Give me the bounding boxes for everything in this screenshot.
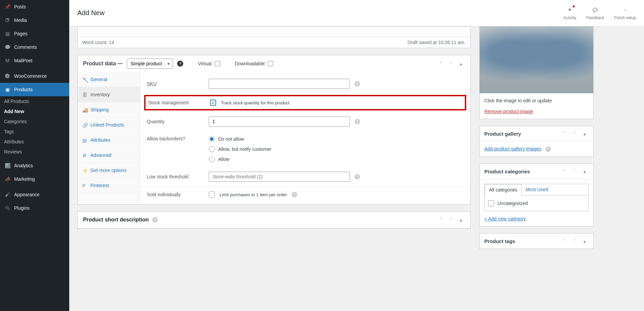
backorder-radio-yes[interactable] [209, 156, 215, 162]
help-icon[interactable]: ? [355, 81, 360, 87]
add-new-category-link[interactable]: + Add new category [484, 216, 526, 221]
panel-up-icon[interactable]: ˄ [560, 130, 568, 138]
panel-collapse-icon[interactable]: ▴ [580, 167, 589, 175]
panel-down-icon[interactable]: ˅ [570, 167, 578, 175]
panel-collapse-icon[interactable]: ▴ [457, 216, 465, 224]
panel-down-icon[interactable]: ˅ [447, 216, 455, 224]
product-tags-panel: Product tags ˄˅▴ [479, 233, 594, 249]
stock-mgmt-text: Track stock quantity for this product [221, 100, 290, 105]
product-categories-panel: Product categories ˄˅▴ All categories Mo… [479, 164, 594, 227]
word-count: Word count: 14 [82, 40, 114, 45]
help-icon[interactable]: ? [355, 119, 360, 124]
panel-collapse-icon[interactable]: ▴ [457, 60, 465, 68]
tab-more-options[interactable]: ⚡Get more options [78, 163, 140, 178]
short-description-title: Product short description [83, 217, 149, 223]
nav-marketing[interactable]: 📣Marketing [0, 172, 69, 186]
panel-up-icon[interactable]: ˄ [437, 60, 445, 68]
downloadable-checkbox[interactable] [268, 61, 273, 66]
tab-advanced[interactable]: ⚙Advanced [78, 148, 140, 163]
tags-title: Product tags [484, 238, 515, 244]
nav-pages[interactable]: ▤Pages [0, 27, 69, 40]
nav-analytics[interactable]: 📊Analytics [0, 159, 69, 172]
draft-saved: Draft saved at 10:26:11 am. [407, 40, 466, 45]
stock-mgmt-label: Stock management [148, 100, 210, 105]
subnav-categories[interactable]: Categories [0, 116, 69, 127]
panel-up-icon[interactable]: ˄ [437, 216, 445, 224]
help-icon[interactable]: ? [177, 61, 183, 67]
subnav-reviews[interactable]: Reviews [0, 147, 69, 157]
product-data-title: Product data — [83, 61, 123, 67]
help-icon[interactable]: ? [355, 174, 360, 179]
subnav-tags[interactable]: Tags [0, 127, 69, 137]
product-image[interactable] [480, 27, 593, 93]
stock-mgmt-checkbox[interactable]: ✓ [210, 100, 216, 106]
tab-inventory[interactable]: 🗄Inventory [78, 87, 140, 102]
appearance-icon: 🖌 [4, 191, 11, 198]
help-icon[interactable]: ? [546, 146, 551, 152]
backorder-radio-no[interactable] [209, 136, 215, 142]
panel-down-icon[interactable]: ˅ [447, 60, 455, 68]
virtual-label: Virtual: [198, 61, 212, 66]
tab-all-categories[interactable]: All categories [485, 184, 522, 196]
link-icon: 🔗 [82, 123, 87, 127]
tab-most-used[interactable]: Most Used [522, 184, 552, 195]
product-data-panel: Product data — Simple product ? Virtual:… [77, 55, 471, 205]
panel-collapse-icon[interactable]: ▴ [580, 130, 589, 138]
nav-woocommerce[interactable]: 🅦WooCommerce [0, 69, 69, 83]
sold-individually-label: Sold individually [147, 192, 209, 197]
panel-down-icon[interactable]: ˅ [570, 237, 578, 245]
nav-media[interactable]: 🗇Media [0, 13, 69, 27]
list-icon: ▤ [82, 138, 87, 142]
nav-products[interactable]: ▣Products [0, 83, 69, 96]
panel-collapse-icon[interactable]: ▴ [580, 237, 589, 245]
gallery-title: Product gallery [484, 131, 521, 137]
media-icon: 🗇 [4, 17, 11, 24]
low-stock-input[interactable] [209, 172, 350, 182]
nav-mailpoet[interactable]: MMailPoet [0, 54, 69, 67]
nav-comments[interactable]: 💬Comments [0, 40, 69, 54]
chat-icon: 💬 [591, 6, 599, 14]
comment-icon: 💬 [4, 44, 11, 50]
product-image-panel: Click the image to edit or update Remove… [479, 26, 594, 119]
product-type-select[interactable]: Simple product [127, 59, 173, 69]
image-instruction: Click the image to edit or update [484, 98, 589, 103]
sold-individually-text: Limit purchases to 1 item per order [219, 192, 287, 197]
virtual-checkbox[interactable] [215, 61, 220, 66]
tab-pinterest[interactable]: PPinterest [78, 178, 140, 193]
remove-image-link[interactable]: Remove product image [484, 109, 533, 114]
downloadable-label: Downloadable: [235, 61, 266, 66]
topbar-activity[interactable]: ⚑Activity [564, 6, 576, 20]
circle-icon: ○ [621, 6, 629, 14]
subnav-all-products[interactable]: All Products [0, 96, 69, 106]
tab-attributes[interactable]: ▤Attributes [78, 133, 140, 148]
help-icon[interactable]: ? [152, 217, 158, 222]
analytics-icon: 📊 [4, 162, 11, 169]
stock-mgmt-highlight: Stock management ✓ Track stock quantity … [144, 95, 466, 110]
panel-up-icon[interactable]: ˄ [560, 237, 568, 245]
sold-individually-checkbox[interactable] [209, 192, 215, 198]
category-checkbox-uncategorized[interactable] [488, 200, 494, 206]
product-gallery-panel: Product gallery ˄˅▴ Add product gallery … [479, 126, 594, 157]
subnav-attributes[interactable]: Attributes [0, 137, 69, 147]
sku-input[interactable] [209, 79, 350, 89]
nav-appearance[interactable]: 🖌Appearance [0, 188, 69, 201]
admin-sidebar: 📌Posts 🗇Media ▤Pages 💬Comments MMailPoet… [0, 0, 69, 311]
topbar-feedback[interactable]: 💬Feedback [587, 6, 604, 20]
tab-shipping[interactable]: 🚚Shipping [78, 102, 140, 117]
tab-general[interactable]: 🔧General [78, 72, 140, 87]
add-gallery-link[interactable]: Add product gallery images [484, 146, 541, 151]
pinterest-icon: P [82, 183, 87, 188]
nav-plugins[interactable]: 🔌Plugins [0, 201, 69, 215]
topbar-finish-setup[interactable]: ○Finish setup [614, 6, 636, 20]
backorder-radio-notify[interactable] [209, 146, 215, 152]
category-name: Uncategorized [497, 201, 528, 206]
subnav-add-new[interactable]: Add New [0, 106, 69, 116]
panel-up-icon[interactable]: ˄ [560, 167, 568, 175]
panel-down-icon[interactable]: ˅ [570, 130, 578, 138]
tab-linked-products[interactable]: 🔗Linked Products [78, 117, 140, 133]
nav-posts[interactable]: 📌Posts [0, 0, 69, 13]
wrench-icon: 🔧 [82, 77, 87, 82]
help-icon[interactable]: ? [292, 192, 297, 197]
low-stock-label: Low stock threshold [147, 174, 209, 179]
quantity-input[interactable] [209, 116, 350, 127]
